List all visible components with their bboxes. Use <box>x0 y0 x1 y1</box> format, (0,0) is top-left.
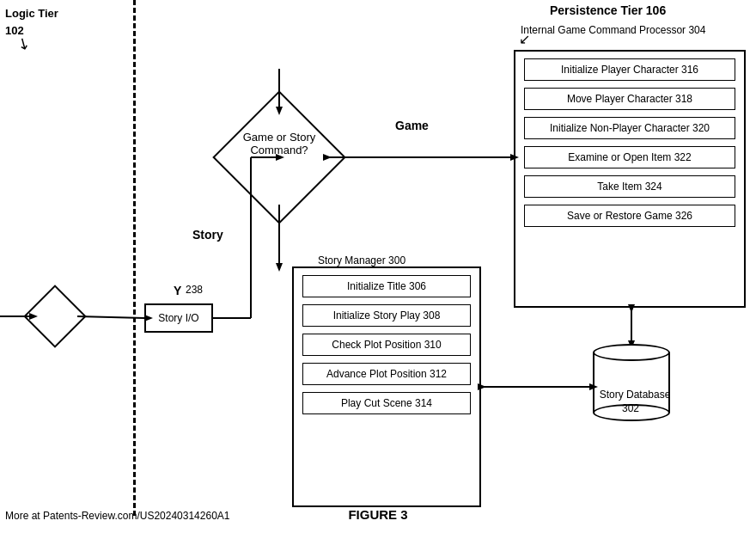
figure-caption: FIGURE 3 <box>348 507 407 522</box>
story-io-box: Story I/O <box>144 303 213 333</box>
story-manager-box: Initialize Title 306 Initialize Story Pl… <box>292 266 481 507</box>
decision-diamond <box>212 90 346 224</box>
diagram-container: Logic Tier 102 ↘ Persistence Tier 106 In… <box>0 0 756 539</box>
logic-tier-label: Logic Tier <box>5 7 58 20</box>
game-arrow-label: Game <box>395 119 429 132</box>
sm-item-1: Initialize Story Play 308 <box>302 304 471 327</box>
pt-item-1: Move Player Character 318 <box>524 88 735 110</box>
y-label: Y <box>174 284 181 297</box>
persistence-tier-sublabel: Internal Game Command Processor 304 <box>521 24 705 36</box>
pt-item-4: Take Item 324 <box>524 175 735 198</box>
sm-item-0: Initialize Title 306 <box>302 275 471 297</box>
pt-item-5: Save or Restore Game 326 <box>524 205 735 227</box>
cylinder-top <box>593 344 670 361</box>
sm-item-2: Check Plot Position 310 <box>302 334 471 356</box>
story-database-number: 302 <box>622 402 639 414</box>
pt-item-0: Initialize Player Character 316 <box>524 58 735 81</box>
svg-marker-12 <box>276 263 283 272</box>
pt-item-3: Examine or Open Item 322 <box>524 146 735 168</box>
story-manager-label: Story Manager 300 <box>318 254 405 266</box>
left-diamond <box>23 285 87 348</box>
decision-diamond-label: Game or Story Command? <box>242 131 316 156</box>
story-database-label: Story Database <box>596 389 674 401</box>
sm-item-4: Play Cut Scene 314 <box>302 392 471 414</box>
persistence-tier-label: Persistence Tier 106 <box>550 3 666 17</box>
sm-item-3: Advance Plot Position 312 <box>302 363 471 385</box>
arrow-number-238: 238 <box>186 284 203 296</box>
story-arrow-label: Story <box>192 228 223 242</box>
persistence-tier-box: Initialize Player Character 316 Move Pla… <box>514 50 746 308</box>
dashed-divider-line <box>133 0 136 516</box>
pt-item-2: Initialize Non-Player Character 320 <box>524 117 735 139</box>
persistence-tier-arrow-icon: ↙ <box>519 31 530 47</box>
footer-url: More at Patents-Review.com/US20240314260… <box>5 510 230 522</box>
